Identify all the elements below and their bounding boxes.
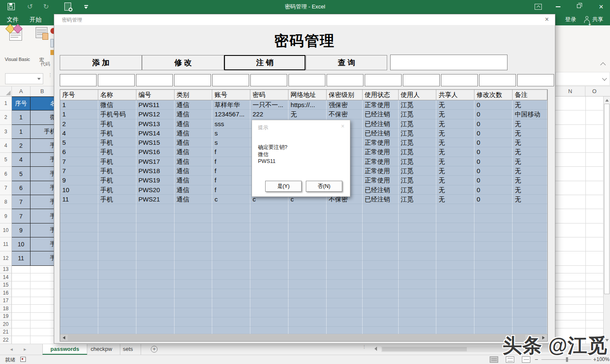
cell-b4[interactable]: 手机 [30,139,54,153]
row-header[interactable]: 17 [0,297,12,305]
cell-a2[interactable]: 1 [12,110,30,124]
listview-column-header[interactable]: 使用人 [399,90,437,100]
listview-hscroll-thumb[interactable] [68,335,525,341]
search-input[interactable] [390,55,507,70]
field-input-6[interactable] [250,74,287,86]
listview-horizontal-scrollbar[interactable] [60,334,547,341]
cell-b8[interactable]: 手机 [30,195,54,209]
row-header[interactable]: 21 [0,328,12,336]
sheet-grid-right[interactable] [555,97,603,344]
minimize-icon[interactable] [556,6,560,7]
tab-splitter-dots[interactable]: ⋮ [362,346,366,348]
column-header-a[interactable]: A [12,86,30,96]
listview-column-header[interactable]: 共享人 [436,90,474,100]
cell-a11[interactable]: 10 [12,237,30,251]
row-header[interactable]: 11 [0,237,12,251]
listview-column-header[interactable]: 备注 [513,90,547,100]
new-sheet-button[interactable]: + [151,346,158,353]
cell-b11[interactable]: 手机 [30,237,54,251]
listview-column-header[interactable]: 保密级别 [327,90,363,100]
listview-column-header[interactable]: 编号 [136,90,175,100]
cell-b17[interactable] [30,297,54,305]
tab-home[interactable]: 开始 [30,14,42,25]
listview-column-header[interactable]: 网络地址 [288,90,327,100]
listview-column-header[interactable]: 使用状态 [363,90,399,100]
sheet-hscroll-thumb[interactable] [382,347,467,351]
sheet-tab-passwords[interactable]: passwords [42,344,87,355]
field-input-8[interactable] [327,74,363,86]
cell-b16[interactable] [30,289,54,297]
sheet-tab-sets[interactable]: sets [115,344,141,355]
cell-b21[interactable] [30,328,54,336]
row-header[interactable]: 3 [0,125,12,139]
ribbon-display-options-icon[interactable] [535,4,542,10]
table-row[interactable]: 1手机号码PWS12通信1234567...222无不保密已经注销江觅无0中国移… [60,110,547,119]
restore-icon[interactable] [577,4,581,8]
row-header[interactable]: 18 [0,305,12,313]
close-icon[interactable]: × [595,0,607,14]
empty-row[interactable] [60,223,547,232]
cell-a17[interactable] [12,297,30,305]
empty-row[interactable] [60,204,547,213]
column-header-b[interactable]: B [30,86,54,96]
cell-a4[interactable]: 2 [12,139,30,153]
add-button[interactable]: 添 加 [60,55,142,70]
field-input-2[interactable] [98,74,135,86]
table-row[interactable]: 1微信PWS11通信草样年华一只不一...https://...强保密正常使用江… [60,100,547,110]
cell-a3[interactable]: 1 [12,125,30,139]
no-button[interactable]: 否(N) [306,181,342,192]
empty-row[interactable] [60,289,547,298]
row-header[interactable]: 15 [0,281,12,290]
empty-row[interactable] [60,232,547,242]
cell-b5[interactable]: 手机 [30,153,54,167]
cell-b13[interactable] [30,266,54,274]
row-header[interactable]: 13 [0,266,12,274]
scroll-up-icon[interactable] [605,99,609,102]
field-input-4[interactable] [174,74,211,86]
empty-row[interactable] [60,298,547,308]
collapse-ribbon-icon[interactable] [600,62,606,68]
dialog-close-icon[interactable]: × [339,122,347,130]
cell-b14[interactable] [30,273,54,281]
vertical-scrollbar[interactable] [603,97,610,344]
listview-header[interactable]: 序号名称编号类别账号密码网络地址保密级别使用状态使用人共享人修改次数备注 [60,90,547,100]
cell-a10[interactable]: 9 [12,223,30,237]
listview-column-header[interactable]: 密码 [250,90,288,100]
sheet-nav-right-icon[interactable]: ▸ [24,346,26,352]
column-header-o[interactable]: O [585,86,603,96]
cell-a7[interactable]: 6 [12,181,30,195]
row-header[interactable]: 8 [0,195,12,209]
cell-b20[interactable] [30,320,54,328]
view-normal-icon[interactable] [490,356,498,363]
cell-b22[interactable] [30,336,54,344]
tab-file[interactable]: 文件 [7,14,19,25]
field-input-10[interactable] [403,74,440,86]
yes-button[interactable]: 是(Y) [265,181,302,192]
name-box-dropdown-icon[interactable] [37,78,41,80]
empty-row[interactable] [60,317,547,327]
empty-row[interactable] [60,261,547,270]
sheet-hscroll-left-icon[interactable] [374,347,377,351]
cell-b1[interactable]: 名称 [30,97,54,110]
row-header[interactable]: 10 [0,223,12,237]
cell-a18[interactable] [12,305,30,313]
cell-a13[interactable] [12,266,30,274]
empty-row[interactable] [60,308,547,317]
cell-b3[interactable]: 手机号码 [30,125,54,139]
cell-b19[interactable] [30,313,54,321]
cell-b2[interactable]: 微信 [30,110,54,124]
formula-expand-icon[interactable] [602,76,607,80]
visual-basic-button[interactable]: Visual Basic [3,26,31,69]
formula-bar[interactable] [555,72,610,85]
row-header[interactable]: 2 [0,110,12,124]
sign-in-button[interactable]: 登录 [565,14,576,25]
cell-a15[interactable] [12,281,30,290]
field-input-3[interactable] [136,74,173,86]
sheet-tab-checkpw[interactable]: checkpw [83,344,120,355]
sheet-nav-left-icon[interactable]: ◂ [10,346,13,352]
field-input-12[interactable] [479,74,516,86]
listview-column-header[interactable]: 序号 [60,90,98,100]
empty-row[interactable] [60,214,547,223]
form-titlebar[interactable]: 密码管理 × [54,14,555,25]
deregister-button[interactable]: 注 销 [224,55,305,70]
